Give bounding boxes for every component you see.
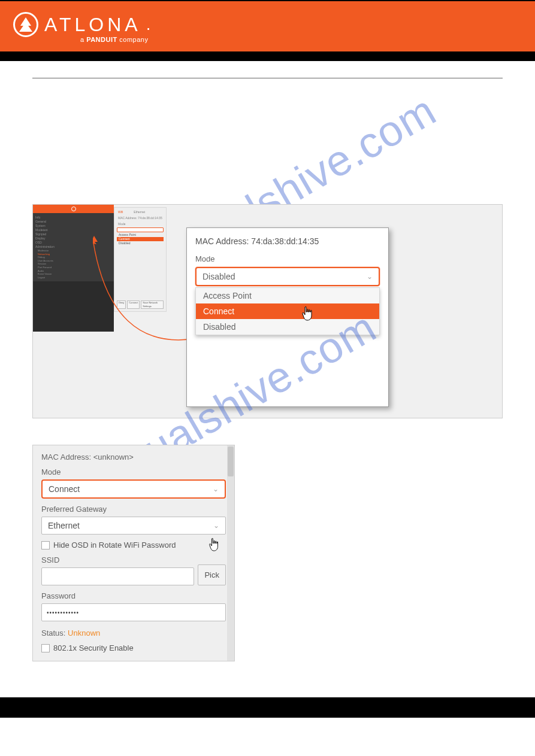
dropdown-option[interactable]: Disabled: [196, 319, 379, 335]
chevron-down-icon: ⌄: [213, 521, 219, 530]
password-input[interactable]: [41, 603, 226, 621]
popup-mac-address: MAC Address: 74:da:38:dd:14:35: [195, 236, 380, 246]
mode-select[interactable]: Disabled ⌄: [195, 267, 380, 286]
select-value: Disabled: [202, 272, 235, 281]
zoom-popup: MAC Address: 74:da:38:dd:14:35 Mode Disa…: [186, 227, 389, 407]
figure-2: MAC Address: <unknown> Mode Connect ⌄ Pr…: [32, 445, 235, 661]
mini-tab-wifi: Wifi: [118, 210, 123, 214]
mini-save-button: Save Network Settings: [141, 300, 164, 309]
mini-nav-item: General: [35, 220, 111, 224]
ssid-input[interactable]: [41, 567, 194, 585]
cursor-hand-icon: [208, 538, 221, 553]
status-label: Status:: [41, 629, 68, 637]
mini-nav-item: Modetext: [35, 228, 111, 232]
brand-logo: ATLONA . a PANDUIT company: [13, 12, 150, 43]
dropdown-option[interactable]: Access Point: [196, 288, 379, 303]
hide-osd-label: Hide OSD in Rotate WiFi Password: [53, 541, 176, 549]
mini-screenshot-sidebar: Info General System Modetext Signpad Dis…: [33, 205, 114, 332]
mini-opt: Connect: [117, 237, 164, 241]
atlona-logo-icon: [13, 12, 38, 37]
checkbox-icon[interactable]: [41, 644, 50, 652]
mini-nav-item: Administration: [35, 245, 111, 249]
mini-nav-subitem: Logout: [35, 276, 111, 280]
mini-nav-item: Signpad: [35, 232, 111, 236]
status-value: Unknown: [68, 629, 100, 637]
mode-dropdown: Access Point Connect Disabled: [195, 287, 380, 335]
ssid-label: SSID: [41, 555, 226, 564]
mini-nav-item: OSD: [35, 241, 111, 245]
cursor-hand-icon: [301, 306, 315, 323]
chevron-down-icon: ⌄: [367, 272, 373, 281]
password-label: Password: [41, 591, 226, 600]
figure-1: Info General System Modetext Signpad Dis…: [32, 204, 503, 418]
mini-mode: Mode: [116, 221, 165, 227]
dropdown-option[interactable]: Connect: [196, 303, 379, 319]
mini-connect-button: Connect: [127, 300, 140, 309]
security-label: 802.1x Security Enable: [53, 643, 134, 652]
black-bar: [0, 51, 535, 61]
pick-button[interactable]: Pick: [198, 564, 226, 585]
header-bar: ATLONA . a PANDUIT company: [0, 1, 535, 51]
security-checkbox-row[interactable]: 802.1x Security Enable: [41, 643, 226, 652]
mini-select-box: [117, 227, 164, 232]
brand-text: ATLONA: [44, 14, 141, 36]
checkbox-icon[interactable]: [41, 541, 50, 549]
mini-nav-item: Info: [35, 215, 111, 220]
mini-deny-button: Deny: [117, 300, 126, 309]
mini-nav-item: System: [35, 224, 111, 228]
mini-tab-ethernet: Ethernet: [134, 210, 145, 214]
select-value: Ethernet: [48, 521, 80, 530]
divider: [32, 78, 503, 78]
chevron-down-icon: ⌄: [213, 485, 219, 493]
footer-bar: [0, 697, 535, 718]
hide-osd-checkbox-row[interactable]: Hide OSD in Rotate WiFi Password: [41, 541, 226, 549]
gateway-select[interactable]: Ethernet ⌄: [41, 517, 226, 535]
mini-panel: Wifi Ethernet MAC Address: 74:da:38:dd:1…: [114, 207, 167, 312]
popup-mode-label: Mode: [195, 254, 380, 263]
mini-nav-item: Display: [35, 236, 111, 241]
form-mac-address: MAC Address: <unknown>: [41, 453, 226, 462]
mode-select[interactable]: Connect ⌄: [41, 479, 226, 499]
form-mode-label: Mode: [41, 467, 226, 476]
mini-mac: MAC Address: 74:da:38:dd:14:35: [116, 215, 165, 221]
form-gateway-label: Preferred Gateway: [41, 505, 226, 514]
mini-opt: Disabled: [117, 241, 164, 245]
brand-dot: .: [146, 15, 151, 34]
mini-opt: Access Point: [117, 233, 164, 237]
select-value: Connect: [49, 484, 80, 494]
brand-subtitle: a PANDUIT company: [13, 36, 150, 43]
status-row: Status: Unknown: [41, 629, 226, 637]
mini-logo-icon: [71, 207, 76, 211]
